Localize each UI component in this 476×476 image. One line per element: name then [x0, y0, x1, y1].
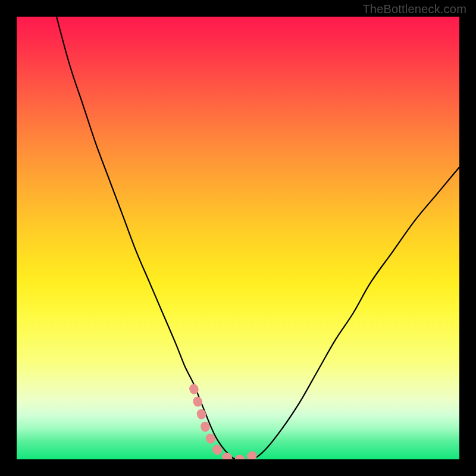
chart-frame: TheBottleneck.com: [0, 0, 476, 476]
watermark-text: TheBottleneck.com: [362, 2, 466, 16]
chart-svg: [17, 17, 459, 459]
curve-line: [57, 17, 459, 459]
plot-area: [17, 17, 459, 459]
highlight-dots: [194, 389, 261, 459]
